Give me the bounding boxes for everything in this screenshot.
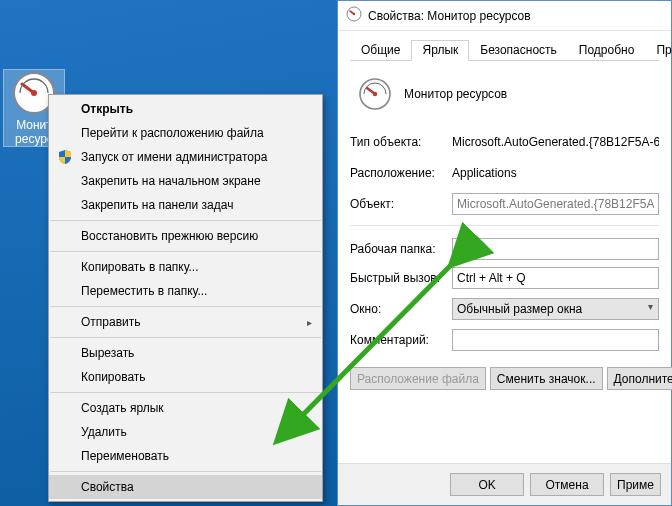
ctx-separator bbox=[50, 220, 321, 221]
tab-shortcut[interactable]: Ярлык bbox=[411, 40, 469, 61]
value-location: Applications bbox=[452, 166, 517, 180]
ctx-run-as-admin[interactable]: Запуск от имени администратора bbox=[49, 145, 322, 169]
properties-titlebar[interactable]: Свойства: Монитор ресурсов bbox=[338, 1, 671, 31]
ctx-pin-start[interactable]: Закрепить на начальном экране bbox=[49, 169, 322, 193]
ctx-delete[interactable]: Удалить bbox=[49, 420, 322, 444]
input-target[interactable] bbox=[452, 193, 659, 215]
input-start-in[interactable] bbox=[452, 238, 659, 260]
label-target: Объект: bbox=[350, 197, 452, 211]
tabs: Общие Ярлык Безопасность Подробно Предыд… bbox=[350, 39, 659, 61]
tab-previous[interactable]: Предыдущие вер bbox=[645, 40, 672, 61]
label-comment: Комментарий: bbox=[350, 333, 452, 347]
label-location: Расположение: bbox=[350, 166, 452, 180]
properties-title: Свойства: Монитор ресурсов bbox=[368, 9, 531, 23]
ctx-copy[interactable]: Копировать bbox=[49, 365, 322, 389]
svg-point-5 bbox=[373, 92, 377, 96]
ctx-open[interactable]: Открыть bbox=[49, 97, 322, 121]
label-shortcut-key: Быстрый вызов: bbox=[350, 271, 452, 285]
ctx-restore-previous[interactable]: Восстановить прежнюю версию bbox=[49, 224, 322, 248]
label-start-in: Рабочая папка: bbox=[350, 242, 452, 256]
tab-details[interactable]: Подробно bbox=[568, 40, 646, 61]
input-shortcut-key[interactable] bbox=[452, 267, 659, 289]
ctx-separator bbox=[50, 251, 321, 252]
ctx-separator bbox=[50, 306, 321, 307]
change-icon-button[interactable]: Сменить значок... bbox=[490, 367, 603, 390]
advanced-button[interactable]: Дополнительно bbox=[607, 367, 672, 390]
ctx-properties[interactable]: Свойства bbox=[49, 475, 322, 499]
select-run[interactable] bbox=[452, 298, 659, 320]
label-target-type: Тип объекта: bbox=[350, 135, 452, 149]
label-run: Окно: bbox=[350, 302, 452, 316]
speedometer-icon bbox=[346, 6, 362, 25]
ctx-create-shortcut[interactable]: Создать ярлык bbox=[49, 396, 322, 420]
shield-icon bbox=[57, 149, 73, 165]
svg-point-1 bbox=[31, 90, 37, 96]
ctx-separator bbox=[50, 471, 321, 472]
input-comment[interactable] bbox=[452, 329, 659, 351]
apply-button[interactable]: Приме bbox=[610, 473, 661, 496]
ok-button[interactable]: OK bbox=[450, 473, 524, 496]
ctx-move-to-folder[interactable]: Переместить в папку... bbox=[49, 279, 322, 303]
ctx-separator bbox=[50, 392, 321, 393]
file-location-button[interactable]: Расположение файла bbox=[350, 367, 486, 390]
ctx-send-to[interactable]: Отправить bbox=[49, 310, 322, 334]
ctx-pin-taskbar[interactable]: Закрепить на панели задач bbox=[49, 193, 322, 217]
ctx-rename[interactable]: Переименовать bbox=[49, 444, 322, 468]
ctx-separator bbox=[50, 337, 321, 338]
ctx-copy-to-folder[interactable]: Копировать в папку... bbox=[49, 255, 322, 279]
cancel-button[interactable]: Отмена bbox=[530, 473, 604, 496]
context-menu: Открыть Перейти к расположению файла Зап… bbox=[48, 94, 323, 502]
tab-security[interactable]: Безопасность bbox=[469, 40, 568, 61]
desktop: Монитресурс Открыть Перейти к расположен… bbox=[0, 0, 672, 506]
tab-general[interactable]: Общие bbox=[350, 40, 411, 61]
ctx-cut[interactable]: Вырезать bbox=[49, 341, 322, 365]
svg-point-3 bbox=[353, 13, 355, 15]
properties-dialog: Свойства: Монитор ресурсов Общие Ярлык Б… bbox=[337, 0, 672, 506]
value-target-type: Microsoft.AutoGenerated.{78B12F5A-699E-B… bbox=[452, 135, 659, 149]
app-name: Монитор ресурсов bbox=[404, 87, 507, 101]
ctx-open-file-location[interactable]: Перейти к расположению файла bbox=[49, 121, 322, 145]
speedometer-icon bbox=[358, 77, 392, 111]
properties-footer: OK Отмена Приме bbox=[338, 463, 671, 505]
